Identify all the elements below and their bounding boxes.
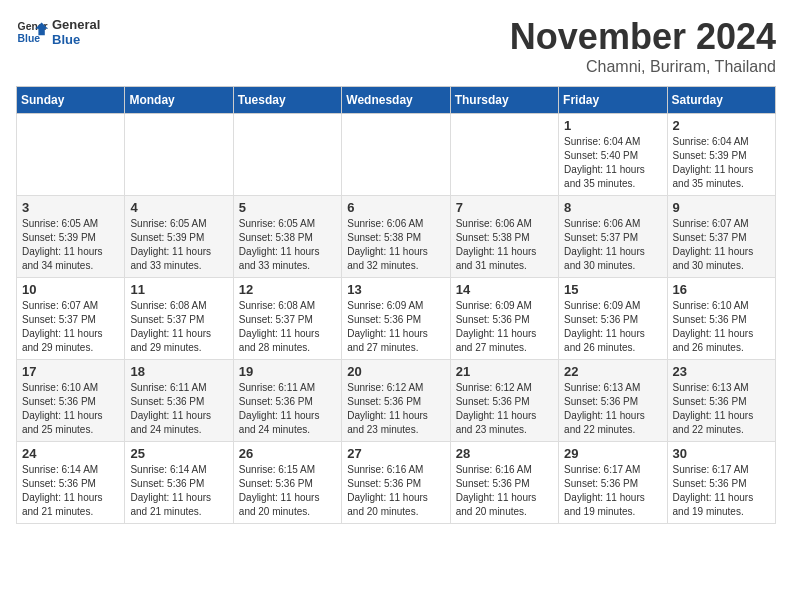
week-row-2: 10Sunrise: 6:07 AM Sunset: 5:37 PM Dayli… (17, 278, 776, 360)
day-cell: 7Sunrise: 6:06 AM Sunset: 5:38 PM Daylig… (450, 196, 558, 278)
day-info: Sunrise: 6:09 AM Sunset: 5:36 PM Dayligh… (456, 299, 553, 355)
day-number: 22 (564, 364, 661, 379)
month-title: November 2024 (510, 16, 776, 58)
day-info: Sunrise: 6:11 AM Sunset: 5:36 PM Dayligh… (239, 381, 336, 437)
day-cell: 29Sunrise: 6:17 AM Sunset: 5:36 PM Dayli… (559, 442, 667, 524)
day-number: 26 (239, 446, 336, 461)
day-number: 10 (22, 282, 119, 297)
day-cell: 2Sunrise: 6:04 AM Sunset: 5:39 PM Daylig… (667, 114, 775, 196)
weekday-header-saturday: Saturday (667, 87, 775, 114)
weekday-header-row: SundayMondayTuesdayWednesdayThursdayFrid… (17, 87, 776, 114)
day-number: 18 (130, 364, 227, 379)
day-cell: 1Sunrise: 6:04 AM Sunset: 5:40 PM Daylig… (559, 114, 667, 196)
calendar-header: SundayMondayTuesdayWednesdayThursdayFrid… (17, 87, 776, 114)
day-info: Sunrise: 6:13 AM Sunset: 5:36 PM Dayligh… (564, 381, 661, 437)
logo: General Blue General Blue (16, 16, 100, 48)
day-info: Sunrise: 6:15 AM Sunset: 5:36 PM Dayligh… (239, 463, 336, 519)
day-info: Sunrise: 6:07 AM Sunset: 5:37 PM Dayligh… (673, 217, 770, 273)
weekday-header-wednesday: Wednesday (342, 87, 450, 114)
day-cell: 8Sunrise: 6:06 AM Sunset: 5:37 PM Daylig… (559, 196, 667, 278)
day-cell: 17Sunrise: 6:10 AM Sunset: 5:36 PM Dayli… (17, 360, 125, 442)
day-number: 19 (239, 364, 336, 379)
day-info: Sunrise: 6:13 AM Sunset: 5:36 PM Dayligh… (673, 381, 770, 437)
day-cell: 16Sunrise: 6:10 AM Sunset: 5:36 PM Dayli… (667, 278, 775, 360)
weekday-header-thursday: Thursday (450, 87, 558, 114)
day-cell: 12Sunrise: 6:08 AM Sunset: 5:37 PM Dayli… (233, 278, 341, 360)
day-cell: 6Sunrise: 6:06 AM Sunset: 5:38 PM Daylig… (342, 196, 450, 278)
day-number: 1 (564, 118, 661, 133)
logo-line2: Blue (52, 32, 100, 47)
day-cell: 18Sunrise: 6:11 AM Sunset: 5:36 PM Dayli… (125, 360, 233, 442)
day-number: 13 (347, 282, 444, 297)
day-number: 20 (347, 364, 444, 379)
header: General Blue General Blue November 2024 … (16, 16, 776, 76)
day-info: Sunrise: 6:17 AM Sunset: 5:36 PM Dayligh… (673, 463, 770, 519)
day-number: 9 (673, 200, 770, 215)
day-number: 4 (130, 200, 227, 215)
day-info: Sunrise: 6:05 AM Sunset: 5:38 PM Dayligh… (239, 217, 336, 273)
day-cell (125, 114, 233, 196)
day-number: 24 (22, 446, 119, 461)
day-info: Sunrise: 6:04 AM Sunset: 5:39 PM Dayligh… (673, 135, 770, 191)
week-row-1: 3Sunrise: 6:05 AM Sunset: 5:39 PM Daylig… (17, 196, 776, 278)
day-cell: 13Sunrise: 6:09 AM Sunset: 5:36 PM Dayli… (342, 278, 450, 360)
day-info: Sunrise: 6:05 AM Sunset: 5:39 PM Dayligh… (22, 217, 119, 273)
weekday-header-tuesday: Tuesday (233, 87, 341, 114)
day-info: Sunrise: 6:06 AM Sunset: 5:38 PM Dayligh… (347, 217, 444, 273)
day-number: 3 (22, 200, 119, 215)
day-cell: 22Sunrise: 6:13 AM Sunset: 5:36 PM Dayli… (559, 360, 667, 442)
title-area: November 2024 Chamni, Buriram, Thailand (510, 16, 776, 76)
day-cell: 26Sunrise: 6:15 AM Sunset: 5:36 PM Dayli… (233, 442, 341, 524)
day-cell: 30Sunrise: 6:17 AM Sunset: 5:36 PM Dayli… (667, 442, 775, 524)
day-info: Sunrise: 6:14 AM Sunset: 5:36 PM Dayligh… (130, 463, 227, 519)
day-info: Sunrise: 6:08 AM Sunset: 5:37 PM Dayligh… (130, 299, 227, 355)
day-number: 30 (673, 446, 770, 461)
day-number: 16 (673, 282, 770, 297)
day-cell: 27Sunrise: 6:16 AM Sunset: 5:36 PM Dayli… (342, 442, 450, 524)
day-cell: 11Sunrise: 6:08 AM Sunset: 5:37 PM Dayli… (125, 278, 233, 360)
day-info: Sunrise: 6:09 AM Sunset: 5:36 PM Dayligh… (564, 299, 661, 355)
day-cell: 14Sunrise: 6:09 AM Sunset: 5:36 PM Dayli… (450, 278, 558, 360)
day-cell: 28Sunrise: 6:16 AM Sunset: 5:36 PM Dayli… (450, 442, 558, 524)
day-number: 27 (347, 446, 444, 461)
day-info: Sunrise: 6:10 AM Sunset: 5:36 PM Dayligh… (22, 381, 119, 437)
day-cell: 9Sunrise: 6:07 AM Sunset: 5:37 PM Daylig… (667, 196, 775, 278)
day-cell: 20Sunrise: 6:12 AM Sunset: 5:36 PM Dayli… (342, 360, 450, 442)
day-info: Sunrise: 6:11 AM Sunset: 5:36 PM Dayligh… (130, 381, 227, 437)
day-info: Sunrise: 6:16 AM Sunset: 5:36 PM Dayligh… (456, 463, 553, 519)
day-cell: 23Sunrise: 6:13 AM Sunset: 5:36 PM Dayli… (667, 360, 775, 442)
day-cell: 15Sunrise: 6:09 AM Sunset: 5:36 PM Dayli… (559, 278, 667, 360)
day-info: Sunrise: 6:17 AM Sunset: 5:36 PM Dayligh… (564, 463, 661, 519)
weekday-header-sunday: Sunday (17, 87, 125, 114)
day-cell: 21Sunrise: 6:12 AM Sunset: 5:36 PM Dayli… (450, 360, 558, 442)
weekday-header-monday: Monday (125, 87, 233, 114)
day-number: 11 (130, 282, 227, 297)
day-info: Sunrise: 6:09 AM Sunset: 5:36 PM Dayligh… (347, 299, 444, 355)
day-cell: 24Sunrise: 6:14 AM Sunset: 5:36 PM Dayli… (17, 442, 125, 524)
day-info: Sunrise: 6:14 AM Sunset: 5:36 PM Dayligh… (22, 463, 119, 519)
day-number: 21 (456, 364, 553, 379)
day-info: Sunrise: 6:05 AM Sunset: 5:39 PM Dayligh… (130, 217, 227, 273)
day-cell (17, 114, 125, 196)
day-info: Sunrise: 6:04 AM Sunset: 5:40 PM Dayligh… (564, 135, 661, 191)
day-cell (342, 114, 450, 196)
logo-line1: General (52, 17, 100, 32)
day-cell: 4Sunrise: 6:05 AM Sunset: 5:39 PM Daylig… (125, 196, 233, 278)
svg-text:Blue: Blue (18, 33, 41, 44)
calendar-body: 1Sunrise: 6:04 AM Sunset: 5:40 PM Daylig… (17, 114, 776, 524)
day-info: Sunrise: 6:06 AM Sunset: 5:37 PM Dayligh… (564, 217, 661, 273)
day-number: 8 (564, 200, 661, 215)
day-info: Sunrise: 6:08 AM Sunset: 5:37 PM Dayligh… (239, 299, 336, 355)
day-number: 2 (673, 118, 770, 133)
day-number: 17 (22, 364, 119, 379)
day-number: 7 (456, 200, 553, 215)
day-cell: 19Sunrise: 6:11 AM Sunset: 5:36 PM Dayli… (233, 360, 341, 442)
day-info: Sunrise: 6:12 AM Sunset: 5:36 PM Dayligh… (347, 381, 444, 437)
day-number: 5 (239, 200, 336, 215)
day-cell (450, 114, 558, 196)
location-title: Chamni, Buriram, Thailand (510, 58, 776, 76)
calendar-table: SundayMondayTuesdayWednesdayThursdayFrid… (16, 86, 776, 524)
day-number: 14 (456, 282, 553, 297)
day-info: Sunrise: 6:07 AM Sunset: 5:37 PM Dayligh… (22, 299, 119, 355)
day-info: Sunrise: 6:06 AM Sunset: 5:38 PM Dayligh… (456, 217, 553, 273)
